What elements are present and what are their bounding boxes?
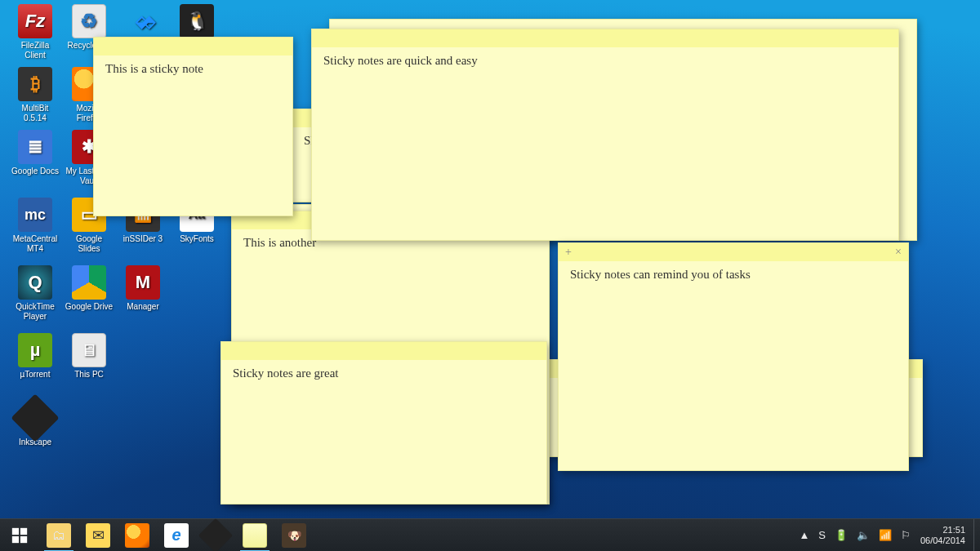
note-body[interactable]: Sticky notes are great xyxy=(233,367,535,380)
note-titlebar[interactable] xyxy=(221,342,546,360)
icon-label: Google Docs xyxy=(10,167,60,176)
note-body[interactable]: Sticky notes are quick and easy xyxy=(323,54,887,68)
note-titlebar[interactable] xyxy=(312,29,898,47)
desktop-icon[interactable]: MultiBit 0.5.14 xyxy=(10,67,60,123)
desktop-icon[interactable]: This PC xyxy=(64,333,114,380)
inkscape[interactable] xyxy=(196,519,235,552)
icon-label: This PC xyxy=(64,370,114,380)
sticky-note[interactable]: Sticky notes are quick and easy xyxy=(311,29,899,241)
tray-icon[interactable]: ▲ xyxy=(799,529,809,541)
svg-rect-0 xyxy=(12,527,19,534)
desktop-icon[interactable] xyxy=(172,4,222,41)
clock-time: 21:51 xyxy=(920,525,965,535)
icon-label: MetaCentral MT4 xyxy=(10,234,60,254)
icon-label: µTorrent xyxy=(10,370,60,380)
file-explorer[interactable] xyxy=(39,519,78,552)
tray-icon[interactable]: 🔈 xyxy=(857,529,870,541)
desktop[interactable]: FileZilla ClientRecycle BinDropboxMultiB… xyxy=(0,0,980,551)
internet-explorer-icon xyxy=(164,523,189,548)
tray-icon[interactable]: 🔋 xyxy=(835,529,848,541)
app-icon xyxy=(18,67,52,101)
note-titlebar[interactable]: +× xyxy=(559,243,908,261)
firefox[interactable] xyxy=(118,519,157,552)
app-icon xyxy=(126,265,160,300)
sticky-note[interactable]: This is a sticky note xyxy=(93,37,293,216)
start-button[interactable] xyxy=(0,519,39,552)
outlook[interactable] xyxy=(78,519,118,552)
icon-label: FileZilla Client xyxy=(10,41,60,60)
taskbar: ▲S🔋🔈📶⚐ 21:51 06/04/2014 xyxy=(0,518,980,551)
tray-icon[interactable]: S xyxy=(818,529,826,541)
sticky-note[interactable]: +×Sticky notes can remind you of tasks xyxy=(558,242,909,471)
show-desktop-button[interactable] xyxy=(973,519,980,551)
desktop-icon[interactable]: Manager xyxy=(118,265,168,312)
file-explorer-icon xyxy=(47,523,71,548)
desktop-icon[interactable]: Google Drive xyxy=(64,265,114,312)
system-tray[interactable]: ▲S🔋🔈📶⚐ xyxy=(792,519,917,551)
app-icon xyxy=(72,265,106,300)
desktop-icon[interactable]: µTorrent xyxy=(10,333,60,380)
svg-rect-1 xyxy=(20,527,27,534)
gimp-icon xyxy=(282,523,306,548)
outlook-icon xyxy=(86,523,110,548)
sticky-notes-icon xyxy=(243,523,267,548)
icon-label: Manager xyxy=(118,302,168,312)
app-icon xyxy=(18,265,52,300)
app-icon xyxy=(72,333,106,367)
note-body[interactable]: This is a sticky note xyxy=(105,62,281,76)
app-icon xyxy=(72,4,106,38)
desktop-icon[interactable]: MetaCentral MT4 xyxy=(10,198,60,254)
app-icon xyxy=(18,198,52,232)
sticky-notes[interactable] xyxy=(235,519,274,552)
internet-explorer[interactable] xyxy=(157,519,196,552)
svg-rect-2 xyxy=(12,535,19,542)
tray-icon[interactable]: ⚐ xyxy=(901,529,911,541)
app-icon xyxy=(180,4,214,38)
tray-icon[interactable]: 📶 xyxy=(879,529,892,541)
firefox-icon xyxy=(125,523,149,548)
gimp[interactable] xyxy=(274,519,314,552)
app-icon xyxy=(11,393,59,442)
app-icon xyxy=(126,4,160,38)
desktop-icon[interactable]: Inkscape xyxy=(10,401,60,447)
desktop-icon[interactable]: FileZilla Client xyxy=(10,4,60,60)
sticky-note[interactable]: Sticky notes are great xyxy=(220,341,547,504)
app-icon xyxy=(18,333,52,367)
inkscape-icon xyxy=(198,518,233,551)
note-body[interactable]: Sticky notes can remind you of tasks xyxy=(570,268,897,282)
close-note-button[interactable]: × xyxy=(895,246,902,259)
svg-rect-3 xyxy=(20,535,27,542)
icon-label: SkyFonts xyxy=(172,234,222,244)
desktop-icon[interactable]: QuickTime Player xyxy=(10,265,60,322)
icon-label: MultiBit 0.5.14 xyxy=(10,104,60,123)
clock[interactable]: 21:51 06/04/2014 xyxy=(917,525,973,546)
icon-label: inSSIDer 3 xyxy=(118,234,168,244)
app-icon xyxy=(18,4,52,38)
desktop-icon[interactable]: Google Docs xyxy=(10,130,60,176)
icon-label: Google Slides xyxy=(64,234,114,254)
clock-date: 06/04/2014 xyxy=(920,535,965,546)
start-button-icon xyxy=(7,523,32,548)
icon-label: QuickTime Player xyxy=(10,302,60,322)
app-icon xyxy=(18,130,52,164)
icon-label: Google Drive xyxy=(64,302,114,312)
note-titlebar[interactable] xyxy=(94,38,292,56)
new-note-button[interactable]: + xyxy=(565,246,572,259)
